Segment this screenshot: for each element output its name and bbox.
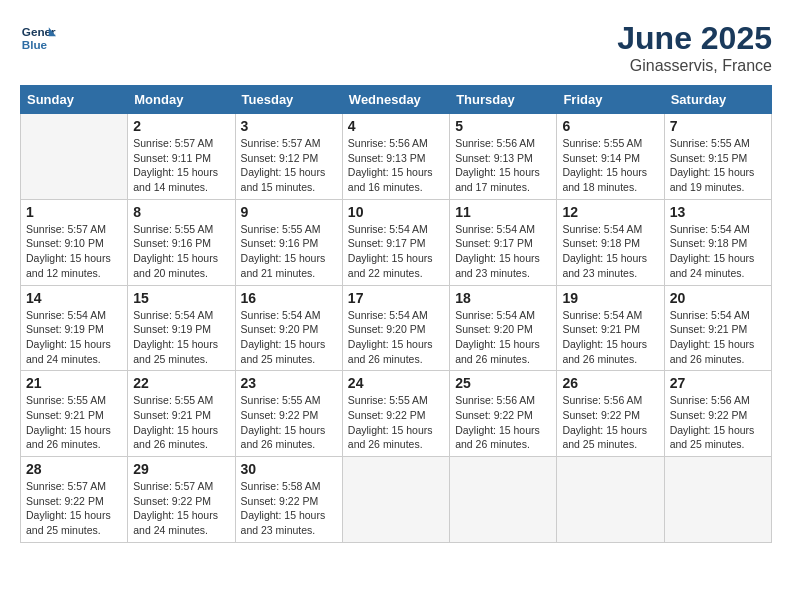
calendar-row: 28 Sunrise: 5:57 AMSunset: 9:22 PMDaylig… xyxy=(21,457,772,543)
svg-text:Blue: Blue xyxy=(22,38,48,51)
calendar-row: 2 Sunrise: 5:57 AMSunset: 9:11 PMDayligh… xyxy=(21,114,772,200)
table-row: 26 Sunrise: 5:56 AMSunset: 9:22 PMDaylig… xyxy=(557,371,664,457)
empty-cell xyxy=(342,457,449,543)
table-row: 11 Sunrise: 5:54 AMSunset: 9:17 PMDaylig… xyxy=(450,199,557,285)
empty-cell xyxy=(450,457,557,543)
logo: General Blue xyxy=(20,20,56,56)
header-sunday: Sunday xyxy=(21,86,128,114)
empty-cell xyxy=(664,457,771,543)
header-tuesday: Tuesday xyxy=(235,86,342,114)
header-thursday: Thursday xyxy=(450,86,557,114)
table-row: 2 Sunrise: 5:57 AMSunset: 9:11 PMDayligh… xyxy=(128,114,235,200)
calendar-header-row: Sunday Monday Tuesday Wednesday Thursday… xyxy=(21,86,772,114)
header-saturday: Saturday xyxy=(664,86,771,114)
table-row: 30 Sunrise: 5:58 AMSunset: 9:22 PMDaylig… xyxy=(235,457,342,543)
table-row: 21 Sunrise: 5:55 AMSunset: 9:21 PMDaylig… xyxy=(21,371,128,457)
table-row: 3 Sunrise: 5:57 AMSunset: 9:12 PMDayligh… xyxy=(235,114,342,200)
calendar-table: Sunday Monday Tuesday Wednesday Thursday… xyxy=(20,85,772,543)
table-row: 23 Sunrise: 5:55 AMSunset: 9:22 PMDaylig… xyxy=(235,371,342,457)
table-row: 15 Sunrise: 5:54 AMSunset: 9:19 PMDaylig… xyxy=(128,285,235,371)
location-title: Ginasservis, France xyxy=(617,57,772,75)
table-row: 25 Sunrise: 5:56 AMSunset: 9:22 PMDaylig… xyxy=(450,371,557,457)
month-title: June 2025 xyxy=(617,20,772,57)
table-row: 17 Sunrise: 5:54 AMSunset: 9:20 PMDaylig… xyxy=(342,285,449,371)
table-row: 10 Sunrise: 5:54 AMSunset: 9:17 PMDaylig… xyxy=(342,199,449,285)
table-row: 9 Sunrise: 5:55 AMSunset: 9:16 PMDayligh… xyxy=(235,199,342,285)
table-row: 19 Sunrise: 5:54 AMSunset: 9:21 PMDaylig… xyxy=(557,285,664,371)
table-row: 18 Sunrise: 5:54 AMSunset: 9:20 PMDaylig… xyxy=(450,285,557,371)
table-row: 24 Sunrise: 5:55 AMSunset: 9:22 PMDaylig… xyxy=(342,371,449,457)
calendar-row: 21 Sunrise: 5:55 AMSunset: 9:21 PMDaylig… xyxy=(21,371,772,457)
table-row: 28 Sunrise: 5:57 AMSunset: 9:22 PMDaylig… xyxy=(21,457,128,543)
table-row: 1 Sunrise: 5:57 AMSunset: 9:10 PMDayligh… xyxy=(21,199,128,285)
header-friday: Friday xyxy=(557,86,664,114)
table-row: 29 Sunrise: 5:57 AMSunset: 9:22 PMDaylig… xyxy=(128,457,235,543)
table-row: 5 Sunrise: 5:56 AMSunset: 9:13 PMDayligh… xyxy=(450,114,557,200)
page-header: General Blue June 2025 Ginasservis, Fran… xyxy=(20,20,772,75)
table-row: 6 Sunrise: 5:55 AMSunset: 9:14 PMDayligh… xyxy=(557,114,664,200)
title-area: June 2025 Ginasservis, France xyxy=(617,20,772,75)
table-row: 4 Sunrise: 5:56 AMSunset: 9:13 PMDayligh… xyxy=(342,114,449,200)
table-row: 13 Sunrise: 5:54 AMSunset: 9:18 PMDaylig… xyxy=(664,199,771,285)
table-row: 12 Sunrise: 5:54 AMSunset: 9:18 PMDaylig… xyxy=(557,199,664,285)
table-row: 20 Sunrise: 5:54 AMSunset: 9:21 PMDaylig… xyxy=(664,285,771,371)
table-row: 16 Sunrise: 5:54 AMSunset: 9:20 PMDaylig… xyxy=(235,285,342,371)
table-row: 7 Sunrise: 5:55 AMSunset: 9:15 PMDayligh… xyxy=(664,114,771,200)
header-wednesday: Wednesday xyxy=(342,86,449,114)
table-row: 27 Sunrise: 5:56 AMSunset: 9:22 PMDaylig… xyxy=(664,371,771,457)
table-row: 22 Sunrise: 5:55 AMSunset: 9:21 PMDaylig… xyxy=(128,371,235,457)
header-monday: Monday xyxy=(128,86,235,114)
calendar-row: 14 Sunrise: 5:54 AMSunset: 9:19 PMDaylig… xyxy=(21,285,772,371)
table-row: 8 Sunrise: 5:55 AMSunset: 9:16 PMDayligh… xyxy=(128,199,235,285)
empty-cell xyxy=(557,457,664,543)
calendar-row: 1 Sunrise: 5:57 AMSunset: 9:10 PMDayligh… xyxy=(21,199,772,285)
empty-cell xyxy=(21,114,128,200)
table-row: 14 Sunrise: 5:54 AMSunset: 9:19 PMDaylig… xyxy=(21,285,128,371)
